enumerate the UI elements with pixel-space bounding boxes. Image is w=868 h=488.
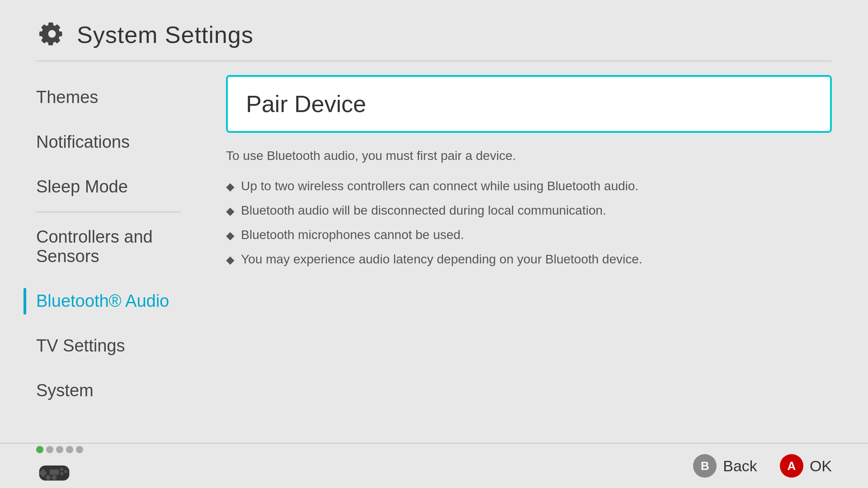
header-divider [36,61,832,61]
dot-4 [66,446,73,453]
footer-right: B Back A OK [693,454,832,478]
svg-point-9 [52,475,57,480]
controller-icon [36,457,72,486]
diamond-icon-2: ◆ [226,203,234,219]
controller-wrapper [36,446,83,486]
bullet-item-2: ◆ Bluetooth audio will be disconnected d… [226,201,832,220]
sidebar-item-tv-settings[interactable]: TV Settings [0,324,217,368]
sidebar-divider [36,211,181,212]
footer: B Back A OK [0,443,868,488]
svg-point-4 [60,468,63,471]
header: System Settings [0,0,868,61]
sidebar-item-bluetooth-audio[interactable]: Bluetooth® Audio [0,279,217,324]
bullet-list: ◆ Up to two wireless controllers can con… [226,177,832,269]
pair-device-title: Pair Device [246,90,812,117]
pair-device-description: To use Bluetooth audio, you must first p… [226,146,832,165]
sidebar-item-sleep-mode[interactable]: Sleep Mode [0,164,217,209]
svg-point-10 [46,475,51,480]
main-content: Pair Device To use Bluetooth audio, you … [217,66,868,427]
bullet-item-3: ◆ Bluetooth microphones cannot be used. [226,225,832,244]
footer-left [36,446,83,486]
dot-5 [76,446,83,453]
diamond-icon-1: ◆ [226,178,234,195]
ok-label: OK [810,457,832,475]
svg-point-5 [64,470,67,473]
sidebar-item-themes[interactable]: Themes [0,75,217,120]
sidebar-item-controllers-and-sensors[interactable]: Controllers and Sensors [0,215,217,279]
content-area: Themes Notifications Sleep Mode Controll… [0,66,868,427]
a-button-icon: A [780,454,803,478]
dot-2 [46,446,53,453]
diamond-icon-3: ◆ [226,227,234,244]
bullet-item-4: ◆ You may experience audio latency depen… [226,250,832,269]
back-label: Back [723,457,757,475]
svg-point-7 [60,472,63,475]
svg-point-0 [48,30,56,38]
ok-button[interactable]: A OK [780,454,832,478]
sidebar-item-notifications[interactable]: Notifications [0,120,217,164]
svg-rect-3 [40,471,47,474]
sidebar-item-system[interactable]: System [0,368,217,413]
page-title: System Settings [77,21,254,48]
b-button-icon: B [693,454,717,478]
gear-icon [36,18,68,52]
controller-dots [36,446,83,453]
bullet-item-1: ◆ Up to two wireless controllers can con… [226,177,832,196]
dot-1 [36,446,43,453]
dot-3 [56,446,63,453]
sidebar: Themes Notifications Sleep Mode Controll… [0,66,217,427]
back-button[interactable]: B Back [693,454,757,478]
pair-device-card[interactable]: Pair Device [226,75,832,133]
diamond-icon-4: ◆ [226,252,234,268]
svg-rect-8 [50,469,59,474]
